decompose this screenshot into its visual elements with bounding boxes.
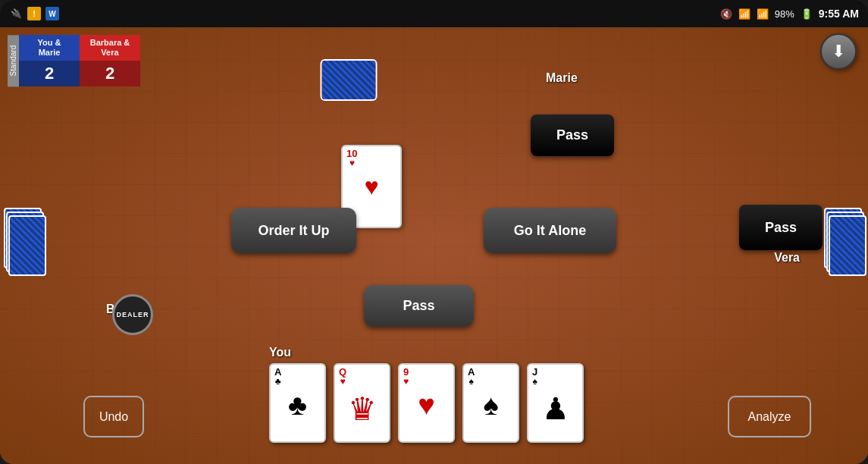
score-label: Standard	[8, 35, 19, 86]
barbara-hand	[0, 200, 45, 291]
usb-icon: 🔌	[9, 7, 23, 20]
score-teams: You & Marie 2 Barbara & Vera 2	[19, 35, 140, 86]
score-panel: Standard You & Marie 2 Barbara & Vera 2	[8, 35, 140, 86]
settings-button[interactable]: ⬇	[820, 33, 857, 70]
dealer-label: DEALER	[116, 311, 149, 318]
game-area: Standard You & Marie 2 Barbara & Vera 2 …	[0, 27, 868, 464]
barbara-card-3	[8, 215, 46, 276]
word-icon: W	[45, 7, 59, 20]
vera-card-3	[829, 215, 866, 276]
pass-button-marie[interactable]: Pass	[531, 114, 614, 156]
trump-suit-center: ♥	[365, 173, 379, 201]
mute-icon: 🔇	[720, 8, 732, 20]
team1-name: You & Marie	[33, 35, 66, 61]
order-it-up-button[interactable]: Order It Up	[231, 208, 356, 253]
trump-suit-corner: ♥	[349, 158, 355, 168]
analyze-button[interactable]: Analyze	[728, 396, 811, 437]
settings-arrow-icon: ⬇	[832, 42, 845, 61]
hand-card-2[interactable]: 9 ♥ ♥	[398, 363, 455, 443]
hand-card-0[interactable]: A ♣ ♣	[269, 363, 326, 443]
vera-hand	[823, 200, 868, 291]
warning-icon: !	[27, 7, 41, 20]
hand-card-4[interactable]: J ♠ ♟	[527, 363, 584, 443]
team1-value: 2	[19, 61, 80, 86]
wifi-icon: 📶	[738, 8, 750, 20]
pass-button-center[interactable]: Pass	[364, 285, 474, 327]
team2-score: Barbara & Vera 2	[80, 35, 140, 86]
go-it-alone-button[interactable]: Go It Alone	[484, 208, 616, 253]
status-left-icons: 🔌 ! W	[9, 7, 59, 20]
hand-card-3[interactable]: A ♠ ♠	[462, 363, 519, 443]
pass-button-vera[interactable]: Pass	[739, 205, 823, 250]
player-marie-name: Marie	[546, 71, 656, 85]
status-right-icons: 🔇 📶 📶 98% 🔋 9:55 AM	[720, 8, 859, 20]
battery-icon: 🔋	[801, 8, 813, 20]
battery-percent: 98%	[775, 8, 794, 20]
player-you-name: You	[269, 346, 291, 359]
team2-value: 2	[80, 61, 140, 86]
deck-top	[321, 59, 378, 101]
signal-icon: 📶	[757, 8, 769, 20]
dealer-badge: DEALER	[112, 294, 153, 335]
undo-button[interactable]: Undo	[83, 396, 144, 437]
player-vera-name: Vera	[774, 251, 800, 265]
status-bar: 🔌 ! W 🔇 📶 📶 98% 🔋 9:55 AM	[0, 0, 868, 27]
status-time: 9:55 AM	[819, 8, 859, 20]
team1-score: You & Marie 2	[19, 35, 80, 86]
team2-name: Barbara & Vera	[86, 35, 135, 61]
hand-card-1[interactable]: Q ♥ ♛	[334, 363, 390, 443]
card-back-deck	[321, 59, 378, 101]
phone-frame: 🔌 ! W 🔇 📶 📶 98% 🔋 9:55 AM Standard You &…	[0, 0, 868, 464]
